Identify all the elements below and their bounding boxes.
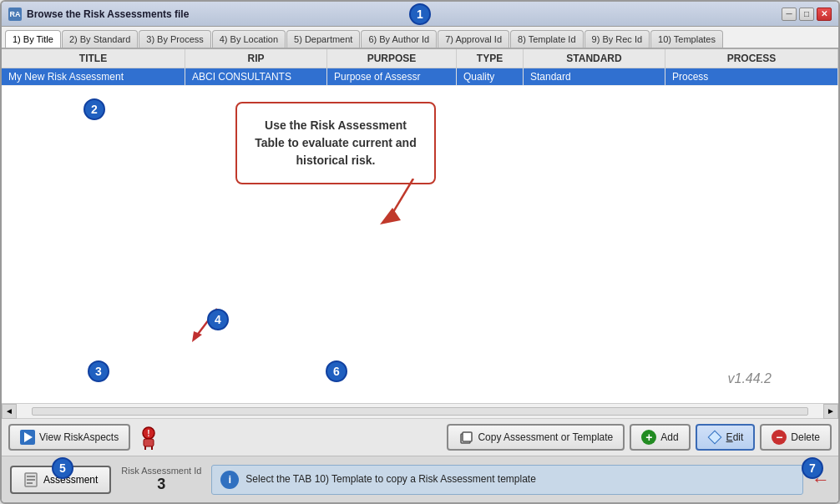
- callout-text: Use the Risk Assessment Table to evaluat…: [255, 118, 416, 167]
- footer-bar: Assessment Risk Assessment Id 3 i Select…: [2, 456, 838, 502]
- risk-id-label: Risk Assessment Id: [119, 466, 203, 476]
- window-controls: ─ □ ✕: [782, 8, 832, 21]
- callout-container: Use the Risk Assessment Table to evaluat…: [235, 102, 436, 184]
- red-arrow-icon: ←: [812, 469, 830, 491]
- tab-by-standard[interactable]: 2) By Standard: [62, 30, 138, 48]
- app-icon: RA: [8, 8, 22, 21]
- tab-template-id[interactable]: 8) Template Id: [510, 30, 584, 48]
- tab-by-author-id[interactable]: 6) By Author Id: [361, 30, 437, 48]
- horizontal-scrollbar[interactable]: ◄ ►: [2, 403, 838, 418]
- cell-process: Process: [665, 68, 838, 85]
- assessment-label: Assessment: [43, 474, 98, 486]
- robot-icon-area: !: [135, 424, 162, 451]
- svg-rect-15: [27, 479, 35, 481]
- view-riskaspects-button[interactable]: View RiskAspects: [8, 424, 130, 451]
- info-text: Select the TAB 10) Template to copy a Ri…: [245, 472, 536, 486]
- tab-by-location[interactable]: 4) By Location: [212, 30, 286, 48]
- svg-marker-1: [380, 208, 401, 224]
- delete-button[interactable]: − Delete: [760, 424, 832, 451]
- play-icon: [20, 430, 35, 445]
- cell-title: My New Risk Assessment: [2, 68, 185, 85]
- edit-label: Edit: [726, 431, 744, 443]
- copy-icon: [458, 430, 473, 445]
- tab-templates[interactable]: 10) Templates: [650, 30, 723, 48]
- callout-arrow: [363, 179, 430, 229]
- scroll-right-button[interactable]: ►: [823, 404, 838, 419]
- svg-rect-6: [144, 439, 154, 446]
- tab-by-rec-id[interactable]: 9) By Rec Id: [584, 30, 650, 48]
- risk-id-area: Risk Assessment Id 3: [119, 466, 203, 493]
- title-bar: RA Browse the Risk Assessments file ─ □ …: [2, 2, 838, 27]
- tab-approval-id[interactable]: 7) Approval Id: [438, 30, 509, 48]
- copy-assessment-button[interactable]: Copy Assessment or Template: [447, 424, 625, 451]
- svg-rect-16: [27, 482, 33, 484]
- tab-department[interactable]: 5) Department: [286, 30, 360, 48]
- svg-marker-12: [709, 431, 721, 443]
- alert-icon: !: [136, 425, 161, 450]
- col-type: TYPE: [457, 49, 524, 68]
- info-area: i Select the TAB 10) Template to copy a …: [211, 465, 803, 495]
- tab-by-title[interactable]: 1) By Title: [5, 30, 61, 48]
- assessment-icon: [23, 472, 38, 487]
- tab-by-process[interactable]: 3) By Process: [139, 30, 210, 48]
- cell-rip: ABCI CONSULTANTS: [185, 68, 327, 85]
- col-standard: STANDARD: [524, 49, 665, 68]
- cell-purpose: Purpose of Assessr: [327, 68, 457, 85]
- svg-rect-14: [27, 476, 35, 477]
- assessment-button[interactable]: Assessment: [10, 466, 111, 494]
- callout-box: Use the Risk Assessment Table to evaluat…: [235, 102, 436, 184]
- view-riskaspects-label: View RiskAspects: [39, 431, 119, 443]
- table-body: My New Risk Assessment ABCI CONSULTANTS …: [2, 68, 838, 403]
- col-title: TITLE: [2, 49, 185, 68]
- scroll-left-button[interactable]: ◄: [2, 404, 17, 419]
- table-header: TITLE RIP PURPOSE TYPE STANDARD PROCESS: [2, 49, 838, 68]
- content-area: TITLE RIP PURPOSE TYPE STANDARD PROCESS …: [2, 49, 838, 456]
- delete-label: Delete: [791, 431, 820, 443]
- add-icon: +: [641, 430, 656, 445]
- tab-bar: 1) By Title 2) By Standard 3) By Process…: [2, 27, 838, 49]
- svg-rect-10: [463, 432, 472, 441]
- version-label: v1.44.2: [728, 371, 772, 386]
- col-rip: RIP: [185, 49, 327, 68]
- button-bar: View RiskAspects !: [2, 418, 838, 456]
- window-title: Browse the Risk Assessments file: [27, 8, 189, 20]
- edit-icon: [707, 430, 722, 445]
- col-process: PROCESS: [665, 49, 838, 68]
- copy-assessment-label: Copy Assessment or Template: [478, 431, 613, 443]
- minimize-button[interactable]: ─: [782, 8, 797, 21]
- col-purpose: PURPOSE: [327, 49, 457, 68]
- cell-standard: Standard: [524, 68, 665, 85]
- scroll-track[interactable]: [32, 407, 808, 416]
- add-button[interactable]: + Add: [630, 424, 690, 451]
- edit-button[interactable]: Edit: [696, 424, 756, 451]
- risk-id-value: 3: [119, 476, 203, 493]
- svg-text:!: !: [147, 429, 149, 438]
- close-button[interactable]: ✕: [817, 8, 832, 21]
- delete-icon: −: [772, 430, 787, 445]
- table-row[interactable]: My New Risk Assessment ABCI CONSULTANTS …: [2, 68, 838, 86]
- restore-button[interactable]: □: [799, 8, 814, 21]
- cell-type: Quality: [457, 68, 524, 85]
- info-icon: i: [220, 471, 239, 489]
- add-label: Add: [660, 431, 678, 443]
